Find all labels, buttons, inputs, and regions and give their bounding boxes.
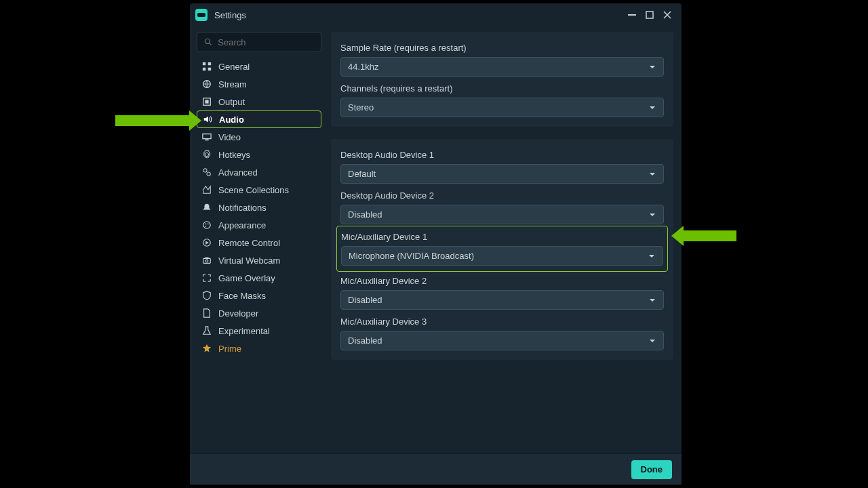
- sidebar-item-appearance[interactable]: Appearance: [197, 216, 321, 234]
- sidebar-item-label: Audio: [219, 115, 244, 125]
- sidebar-item-label: Prime: [218, 344, 241, 354]
- scene-icon: [202, 185, 212, 195]
- sidebar-item-advanced[interactable]: Advanced: [197, 163, 321, 181]
- close-button[interactable]: [658, 6, 676, 24]
- footer: Done: [190, 453, 682, 485]
- svg-rect-5: [208, 68, 211, 70]
- gears-icon: [202, 167, 212, 177]
- bell-icon: [202, 203, 212, 212]
- camera-icon: [202, 256, 212, 265]
- minimize-button[interactable]: [623, 6, 641, 24]
- expand-icon: [202, 273, 212, 283]
- mic-3-select[interactable]: Disabled: [340, 331, 664, 350]
- mic-3-label: Mic/Auxiliary Device 3: [340, 317, 664, 327]
- svg-rect-10: [205, 140, 208, 141]
- sidebar-item-general[interactable]: General: [197, 58, 321, 75]
- sidebar-item-label: Stream: [218, 79, 247, 89]
- nav-list: General Stream Output Audio Video Hotkey…: [197, 58, 321, 357]
- sidebar-item-label: Experimental: [218, 326, 270, 336]
- sidebar-item-developer[interactable]: Developer: [197, 304, 321, 322]
- svg-point-14: [205, 223, 206, 224]
- svg-point-12: [207, 172, 210, 176]
- flask-icon: [202, 326, 212, 336]
- svg-rect-3: [208, 62, 211, 65]
- svg-point-11: [203, 169, 207, 172]
- desktop-audio-2-select[interactable]: Disabled: [340, 205, 664, 224]
- star-icon: [202, 344, 212, 353]
- svg-rect-1: [646, 12, 653, 18]
- svg-rect-9: [203, 134, 211, 139]
- chevron-down-icon: [648, 104, 656, 112]
- sidebar-item-output[interactable]: Output: [197, 93, 321, 110]
- done-button[interactable]: Done: [631, 460, 673, 479]
- desktop-audio-1-select[interactable]: Default: [340, 164, 664, 184]
- sidebar: General Stream Output Audio Video Hotkey…: [197, 32, 321, 448]
- grid-icon: [202, 62, 212, 71]
- sample-rate-label: Sample Rate (requires a restart): [340, 43, 664, 53]
- channels-label: Channels (requires a restart): [340, 83, 664, 94]
- chevron-down-icon: [648, 337, 656, 345]
- chevron-down-icon: [648, 296, 656, 304]
- maximize-button[interactable]: [641, 6, 658, 24]
- sidebar-item-video[interactable]: Video: [197, 128, 321, 146]
- svg-point-15: [208, 223, 209, 224]
- monitor-icon: [202, 132, 212, 142]
- gear-icon: [202, 150, 212, 159]
- sidebar-item-prime[interactable]: Prime: [197, 340, 321, 357]
- settings-content: Sample Rate (requires a restart) 44.1khz…: [331, 32, 673, 448]
- chevron-down-icon: [648, 63, 656, 71]
- general-audio-panel: Sample Rate (requires a restart) 44.1khz…: [331, 32, 673, 127]
- devices-panel: Desktop Audio Device 1 Default Desktop A…: [331, 139, 673, 360]
- chevron-down-icon: [648, 170, 656, 178]
- sample-rate-select[interactable]: 44.1khz: [340, 57, 664, 77]
- globe-icon: [202, 79, 212, 89]
- svg-rect-2: [203, 62, 205, 65]
- play-icon: [202, 238, 212, 247]
- sidebar-item-game-overlay[interactable]: Game Overlay: [197, 269, 321, 287]
- sidebar-item-label: Scene Collections: [218, 185, 289, 195]
- svg-rect-8: [205, 100, 208, 103]
- speaker-icon: [203, 115, 212, 124]
- svg-point-13: [203, 222, 211, 229]
- sidebar-item-label: Developer: [218, 308, 258, 319]
- chevron-down-icon: [648, 252, 656, 260]
- svg-rect-20: [205, 258, 208, 259]
- svg-rect-18: [203, 258, 211, 263]
- mic-2-select[interactable]: Disabled: [340, 290, 664, 310]
- sidebar-item-label: Output: [218, 97, 245, 107]
- sidebar-item-label: Appearance: [218, 220, 266, 230]
- mic-1-select[interactable]: Microphone (NVIDIA Broadcast): [341, 246, 663, 266]
- sidebar-item-label: Hotkeys: [218, 150, 250, 160]
- annotation-arrow-left: [115, 115, 192, 126]
- sidebar-item-label: Game Overlay: [218, 273, 275, 283]
- settings-window: Settings General Stream Output Audio Vid…: [190, 3, 682, 485]
- app-icon: [195, 9, 208, 21]
- svg-point-16: [205, 226, 206, 227]
- sidebar-item-virtual-webcam[interactable]: Virtual Webcam: [197, 251, 321, 269]
- sidebar-item-label: Virtual Webcam: [218, 256, 280, 266]
- sidebar-item-label: Notifications: [218, 203, 267, 213]
- sidebar-item-hotkeys[interactable]: Hotkeys: [197, 146, 321, 163]
- sidebar-item-stream[interactable]: Stream: [197, 75, 321, 93]
- svg-rect-0: [628, 14, 636, 16]
- window-title: Settings: [214, 10, 246, 20]
- sidebar-item-label: Video: [218, 132, 241, 142]
- titlebar: Settings: [190, 3, 682, 26]
- mic-1-highlight: Mic/Auxiliary Device 1 Microphone (NVIDI…: [336, 226, 668, 272]
- search-icon: [204, 37, 212, 47]
- sidebar-item-face-masks[interactable]: Face Masks: [197, 287, 321, 304]
- sidebar-item-scene-collections[interactable]: Scene Collections: [197, 181, 321, 199]
- sidebar-item-notifications[interactable]: Notifications: [197, 199, 321, 216]
- mic-1-label: Mic/Auxiliary Device 1: [341, 232, 663, 242]
- sidebar-item-experimental[interactable]: Experimental: [197, 322, 321, 340]
- sidebar-item-label: General: [218, 62, 250, 72]
- palette-icon: [202, 220, 212, 230]
- desktop-audio-2-label: Desktop Audio Device 2: [340, 190, 664, 201]
- sidebar-item-label: Face Masks: [218, 291, 266, 301]
- sidebar-item-audio[interactable]: Audio: [197, 110, 321, 128]
- file-icon: [202, 308, 212, 318]
- search-box[interactable]: [197, 32, 321, 52]
- search-input[interactable]: [218, 37, 314, 47]
- sidebar-item-remote-control[interactable]: Remote Control: [197, 234, 321, 251]
- channels-select[interactable]: Stereo: [340, 98, 664, 117]
